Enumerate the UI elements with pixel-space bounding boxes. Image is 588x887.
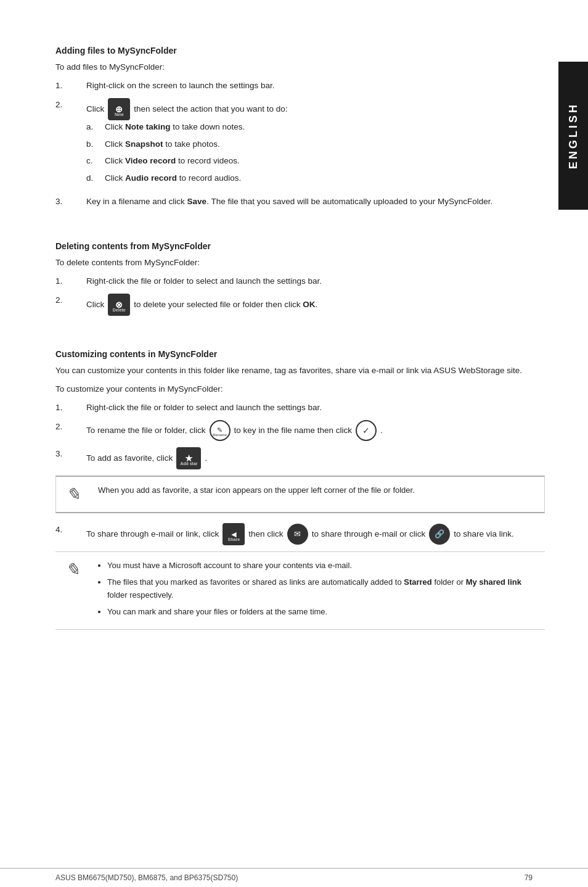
step-content: Click ⊕ New then select the action that … [86, 98, 545, 188]
rename-after: . [380, 423, 383, 438]
section2-intro: To delete contents from MySyncFolder: [55, 256, 545, 270]
step-inline-row: To rename the file or folder, click ✎ Re… [86, 420, 545, 441]
substep-d: d. Click Audio record to record audios. [86, 171, 545, 185]
click-label: Click [86, 297, 104, 312]
check-icon: ✓ [356, 420, 377, 441]
rename-icon: ✎ Rename [210, 420, 231, 441]
section1-heading: Adding files to MySyncFolder [55, 46, 545, 56]
delete-icon: ⊗ Delete [108, 294, 130, 316]
delete-text: to delete your selected file or folder t… [134, 297, 317, 312]
rename-middle: to key in the file name then click [234, 423, 352, 438]
step-num: 1. [55, 401, 86, 415]
step-1-3: 3. Key in a filename and click Save. The… [55, 195, 545, 208]
substep-b: b. Click Snapshot to take photos. [86, 138, 545, 151]
step-text: Key in a filename and click Save. The fi… [86, 195, 545, 208]
step-num: 3. [55, 195, 86, 208]
link-share-icon: 🔗 [429, 524, 450, 545]
then-click-text: then click [248, 527, 283, 542]
substep-a: a. Click Note taking to take down notes. [86, 120, 545, 134]
section3-step4: 4. To share through e-mail or link, clic… [55, 523, 545, 545]
section2-steps: 1. Right-click the file or folder to sel… [55, 274, 545, 316]
step-num: 3. [55, 447, 86, 461]
step-content: To share through e-mail or link, click ◄… [86, 523, 545, 545]
step-1-1: 1. Right-click on the screen to launch t… [55, 79, 545, 93]
step-num: 4. [55, 523, 86, 537]
share-before: To share through e-mail or link, click [86, 527, 219, 542]
step-text: Right-click the file or folder to select… [86, 274, 545, 288]
notes-list: You must have a Microsoft account to sha… [97, 559, 535, 622]
step-content: To add as favorite, click ★ Add star . [86, 447, 545, 469]
fav-after: . [205, 451, 207, 466]
then-select-text: then select the action that you want to … [134, 102, 287, 117]
step-num: 1. [55, 274, 86, 288]
section1-steps: 1. Right-click on the screen to launch t… [55, 79, 545, 208]
step-num: 2. [55, 294, 86, 307]
multi-note-box: ✎ You must have a Microsoft account to s… [55, 551, 545, 630]
step-text: Right-click on the screen to launch the … [86, 79, 545, 93]
step-num: 2. [55, 420, 86, 434]
section3-heading: Customizing contents in MySyncFolder [55, 349, 545, 359]
step-3-4: 4. To share through e-mail or link, clic… [55, 523, 545, 545]
note-item-1: You must have a Microsoft account to sha… [107, 559, 535, 572]
step-3-1: 1. Right-click the file or folder to sel… [55, 401, 545, 415]
step-3-3: 3. To add as favorite, click ★ Add star … [55, 447, 545, 469]
note-box-1: ✎ When you add as favorite, a star icon … [55, 476, 545, 513]
step-num: 1. [55, 79, 86, 93]
footer-bar: ASUS BM6675(MD750), BM6875, and BP6375(S… [0, 868, 588, 887]
footer-left: ASUS BM6675(MD750), BM6875, and BP6375(S… [55, 873, 238, 882]
step-text: Right-click the file or folder to select… [86, 401, 545, 415]
step-3-2: 2. To rename the file or folder, click ✎… [55, 420, 545, 441]
step-content: Click ⊗ Delete to delete your selected f… [86, 294, 545, 316]
section3-intro2: To customize your contents in MySyncFold… [55, 382, 545, 396]
email-share-icon: ✉ [287, 524, 308, 545]
page-container: ENGLISH Adding files to MySyncFolder To … [0, 0, 588, 887]
side-tab-label: ENGLISH [567, 102, 580, 169]
step-content: To rename the file or folder, click ✎ Re… [86, 420, 545, 441]
share-email-text: to share through e-mail or click [312, 527, 426, 542]
step-inline-row: To share through e-mail or link, click ◄… [86, 523, 545, 545]
step-inline-row: Click ⊗ Delete to delete your selected f… [86, 294, 545, 316]
content-area: Adding files to MySyncFolder To add file… [55, 0, 545, 677]
substeps: a. Click Note taking to take down notes.… [86, 120, 545, 184]
step-inline-row: Click ⊕ New then select the action that … [86, 98, 545, 120]
share-icon: ◄ Share [223, 523, 245, 545]
section2-heading: Deleting contents from MySyncFolder [55, 241, 545, 251]
click-label: Click [86, 102, 104, 117]
footer-page-num: 79 [525, 873, 533, 882]
section3-intro1: You can customize your contents in this … [55, 364, 545, 377]
section3-steps: 1. Right-click the file or folder to sel… [55, 401, 545, 470]
step-2-2: 2. Click ⊗ Delete to delete your selecte… [55, 294, 545, 316]
step-2-1: 1. Right-click the file or folder to sel… [55, 274, 545, 288]
note-item-3: You can mark and share your files or fol… [107, 606, 535, 619]
note-item-2: The files that you marked as favorites o… [107, 576, 535, 602]
step-num: 2. [55, 98, 86, 112]
fav-before: To add as favorite, click [86, 451, 173, 466]
new-icon: ⊕ New [108, 98, 130, 120]
step-1-2: 2. Click ⊕ New then select the action th… [55, 98, 545, 188]
english-side-tab: ENGLISH [558, 62, 588, 210]
section1-intro: To add files to MySyncFolder: [55, 60, 545, 74]
substep-c: c. Click Video record to record videos. [86, 154, 545, 168]
note-text-1: When you add as favorite, a star icon ap… [98, 484, 534, 497]
note-pencil-icon: ✎ [66, 484, 91, 505]
rename-before: To rename the file or folder, click [86, 423, 206, 438]
add-star-icon: ★ Add star [176, 447, 201, 469]
step-inline-row: To add as favorite, click ★ Add star . [86, 447, 545, 469]
share-link-text: to share via link. [454, 527, 514, 542]
note-pencil-icon-2: ✎ [65, 559, 90, 580]
